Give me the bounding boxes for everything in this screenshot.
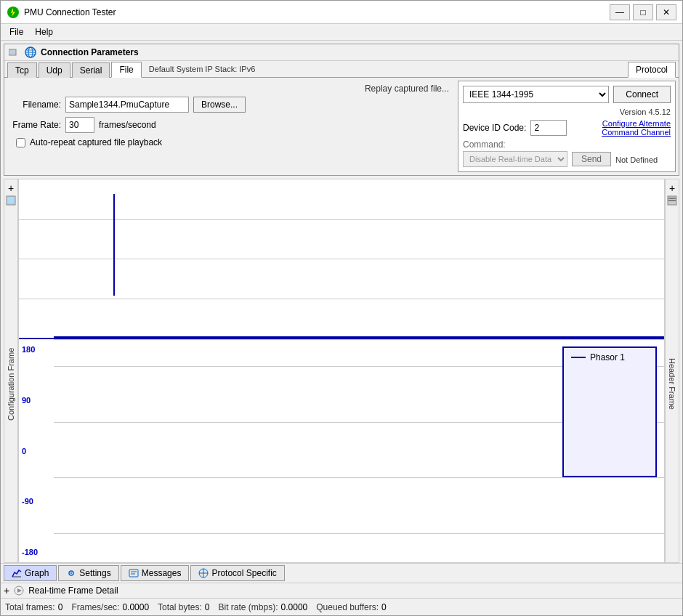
connection-panel: Connection Parameters Tcp Udp Serial Fil… [4,44,679,176]
main-area: + Configuration Frame [4,179,679,563]
connect-button[interactable]: Connect [613,86,671,103]
svg-rect-3 [10,51,15,54]
y-label-neg90: -90 [22,497,51,506]
tab-udp[interactable]: Udp [39,62,70,78]
tab-graph[interactable]: Graph [4,565,57,581]
version-label: Version 4.5.12 [620,108,671,116]
file-section: Replay captured file... Filename: Browse… [7,81,452,172]
device-row: Device ID Code: Configure Alternate Comm… [463,119,671,137]
realtime-icon [14,585,24,596]
realtime-plus[interactable]: + [4,585,9,596]
device-id-label: Device ID Code: [463,123,526,133]
auto-repeat-row: Auto-repeat captured file playback [16,137,449,147]
y-label-0: 0 [22,447,51,455]
legend-item-phasor1: Phasor 1 [571,352,648,362]
right-sidebar: + Header Frame [665,179,679,563]
y-axis-labels: 180 90 0 -90 -180 [22,339,51,562]
tab-messages[interactable]: Messages [121,565,190,581]
total-bytes-label: Total bytes: [158,602,202,612]
title-bar-controls: — □ ✕ [610,4,676,20]
bit-rate-value: 0.0000 [281,602,308,612]
left-sidebar-plus[interactable]: + [7,181,15,195]
status-bar: Total frames: 0 Frames/sec: 0.0000 Total… [1,598,682,615]
protocol-select[interactable]: IEEE 1344-1995 [463,86,609,103]
device-id-input[interactable] [530,120,567,136]
replay-label: Replay captured file... [10,84,449,94]
total-frames-value: 0 [58,602,63,612]
bit-rate-item: Bit rate (mbps): 0.0000 [219,602,308,612]
y-label-180: 180 [22,345,51,354]
header-icon [667,195,677,206]
upper-chart [19,179,664,339]
frames-sec-item: Frames/sec: 0.0000 [71,602,149,612]
tab-serial[interactable]: Serial [72,62,110,78]
menu-help[interactable]: Help [29,25,59,38]
tab-tcp[interactable]: Tcp [7,62,37,78]
minimize-button[interactable]: — [610,4,630,20]
close-button[interactable]: ✕ [656,4,676,20]
total-frames-label: Total frames: [5,602,55,612]
bit-rate-label: Bit rate (mbps): [219,602,278,612]
auto-repeat-checkbox[interactable] [16,138,25,147]
tab-protocol-specific[interactable]: Protocol Specific [190,565,284,581]
not-defined-label: Not Defined [615,155,658,164]
connection-header: Connection Parameters [4,44,679,61]
filename-row: Filename: Browse... [10,97,449,113]
y-label-90: 90 [22,396,51,405]
bottom-tabs: Graph Settings Messages [1,563,682,583]
queued-buffers-item: Queued buffers: 0 [316,602,387,612]
tab-settings[interactable]: Settings [58,565,118,581]
right-sidebar-plus[interactable]: + [668,181,676,195]
total-bytes-item: Total bytes: 0 [158,602,209,612]
queued-buffers-value: 0 [381,602,387,612]
send-button: Send [572,152,611,166]
settings-icon [66,568,76,578]
command-select: Disable Real-time Data [463,151,567,167]
svg-rect-10 [7,197,15,203]
framerate-label: Frame Rate: [10,120,61,130]
filename-input[interactable] [65,97,189,113]
protocol-section: IEEE 1344-1995 Connect Version 4.5.12 De… [458,81,676,172]
total-bytes-value: 0 [205,602,210,612]
left-sidebar-label[interactable]: Configuration Frame [7,206,15,562]
tabs-row: Tcp Udp Serial File Default System IP St… [4,61,679,78]
queued-buffers-label: Queued buffers: [316,602,379,612]
frames-sec-value: 0.0000 [122,602,149,612]
lower-chart: 180 90 0 -90 -180 Phasor 1 [19,339,664,562]
title-bar: PMU Connection Tester — □ ✕ [1,1,682,24]
auto-repeat-label: Auto-repeat captured file playback [30,137,162,147]
total-frames-item: Total frames: 0 [5,602,62,612]
protocol-row: IEEE 1344-1995 Connect [463,86,671,103]
tab-protocol-specific-label: Protocol Specific [211,568,276,578]
panel-content: Replay captured file... Filename: Browse… [4,78,679,175]
tab-protocol[interactable]: Protocol [628,62,676,78]
realtime-row: + Real-time Frame Detail [1,583,682,598]
framerate-input[interactable] [65,117,94,133]
config-icon [6,195,16,206]
legend-label-phasor1: Phasor 1 [590,352,625,362]
protocol-icon [198,568,209,578]
right-sidebar-label[interactable]: Header Frame [668,206,676,562]
connection-icon [9,46,20,58]
chart-icon [12,568,22,578]
config-alternate-link[interactable]: Configure Alternate [602,119,671,128]
y-label-neg180: -180 [22,548,51,556]
window-title: PMU Connection Tester [24,7,116,17]
legend-line [571,357,586,358]
tab-graph-label: Graph [25,568,49,578]
browse-button[interactable]: Browse... [193,97,246,113]
connection-title: Connection Parameters [41,47,139,57]
spike-line [113,194,115,296]
config-channel-link[interactable]: Command Channel [602,128,671,137]
app-icon [7,6,20,19]
tab-settings-label: Settings [79,568,110,578]
tab-file[interactable]: File [111,62,141,78]
realtime-label: Real-time Frame Detail [28,585,118,596]
maximize-button[interactable]: □ [633,4,653,20]
spike-base [54,336,664,338]
menu-file[interactable]: File [4,25,29,38]
legend-box: Phasor 1 [562,346,657,477]
left-sidebar: + Configuration Frame [4,179,18,563]
chart-container: 180 90 0 -90 -180 Phasor 1 [18,179,665,563]
tab-messages-label: Messages [142,568,182,578]
